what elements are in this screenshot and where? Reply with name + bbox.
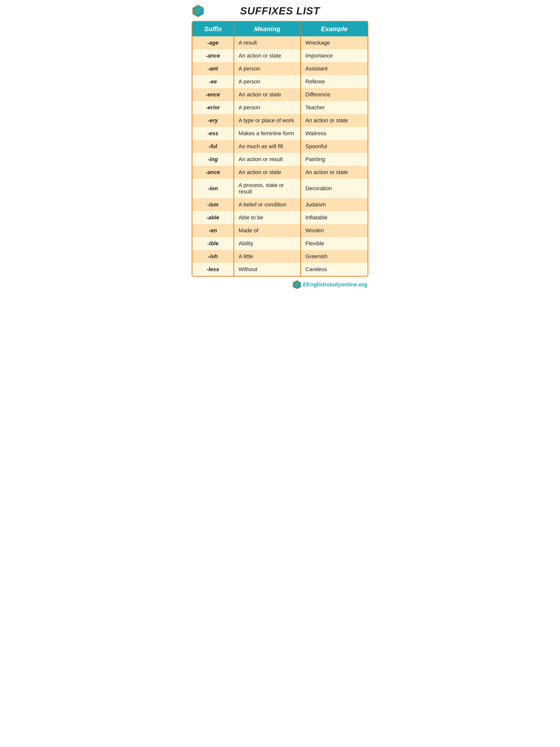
cell-meaning: A type or place of work — [234, 114, 301, 127]
cell-example: Spoonful — [301, 140, 368, 153]
cell-suffix: -en — [192, 224, 234, 237]
cell-suffix: -ible — [192, 237, 234, 250]
cell-meaning: Without — [234, 263, 301, 276]
table-row: -ance An action or state An action or st… — [192, 166, 368, 179]
cell-meaning: Makes a feminine form — [234, 127, 301, 140]
cell-suffix: -ism — [192, 198, 234, 211]
table-row: -en Made of Woolen — [192, 224, 368, 237]
svg-text:E: E — [196, 7, 201, 15]
table-row: -ence An action or state Difference — [192, 88, 368, 101]
table-row: -ing An action or result Painting — [192, 153, 368, 166]
cell-example: Inflatable — [301, 211, 368, 224]
cell-suffix: -ion — [192, 179, 234, 198]
cell-suffix: -less — [192, 263, 234, 276]
cell-suffix: -ish — [192, 250, 234, 263]
cell-meaning: A person — [234, 62, 301, 75]
cell-example: Judaism — [301, 198, 368, 211]
cell-meaning: A person — [234, 75, 301, 88]
cell-suffix: -ance — [192, 49, 234, 62]
table-row: -ance An action or state Importance — [192, 49, 368, 62]
cell-suffix: -ing — [192, 153, 234, 166]
cell-meaning: An action or state — [234, 88, 301, 101]
table-row: -ee A person Referee — [192, 75, 368, 88]
cell-suffix: -ence — [192, 88, 234, 101]
table-row: -ery A type or place of work An action o… — [192, 114, 368, 127]
cell-meaning: As much as will fill — [234, 140, 301, 153]
footer-logo-icon: E — [292, 280, 301, 289]
cell-meaning: A result — [234, 36, 301, 49]
cell-example: Importance — [301, 49, 368, 62]
cell-example: Decoration — [301, 179, 368, 198]
cell-meaning: Ability — [234, 237, 301, 250]
cell-example: An action or state — [301, 114, 368, 127]
page-header: E SUFFIXES LIST — [192, 5, 368, 17]
suffixes-table: Suffix Meaning Example -age A result Wre… — [192, 21, 368, 277]
cell-example: Assistant — [301, 62, 368, 75]
table-row: -ish A little Greenish — [192, 250, 368, 263]
logo: E — [192, 4, 205, 18]
cell-meaning: An action or state — [234, 166, 301, 179]
cell-suffix: -ee — [192, 75, 234, 88]
table-row: -ess Makes a feminine form Waitress — [192, 127, 368, 140]
cell-meaning: A little — [234, 250, 301, 263]
cell-suffix: -ance — [192, 166, 234, 179]
table-row: -age A result Wreckage — [192, 36, 368, 49]
cell-example: An action or state — [301, 166, 368, 179]
cell-suffix: -ant — [192, 62, 234, 75]
header-meaning: Meaning — [234, 22, 301, 36]
cell-suffix: -ful — [192, 140, 234, 153]
cell-suffix: -er/or — [192, 101, 234, 114]
table-row: -able Able to be Inflatable — [192, 211, 368, 224]
table-row: -ible Ability Flexible — [192, 237, 368, 250]
cell-example: Flexible — [301, 237, 368, 250]
cell-suffix: -ess — [192, 127, 234, 140]
cell-example: Referee — [301, 75, 368, 88]
footer-site-name: EEnglishstudyonline.org — [303, 281, 367, 288]
cell-example: Teacher — [301, 101, 368, 114]
header-example: Example — [301, 22, 368, 36]
page-wrapper: E SUFFIXES LIST Suffix Meaning Example -… — [187, 0, 373, 297]
table-row: -ant A person Assistant — [192, 62, 368, 75]
cell-meaning: A belief or condition — [234, 198, 301, 211]
cell-suffix: -age — [192, 36, 234, 49]
cell-meaning: An action or state — [234, 49, 301, 62]
svg-text:E: E — [295, 282, 299, 287]
cell-suffix: -able — [192, 211, 234, 224]
table-row: -er/or A person Teacher — [192, 101, 368, 114]
table-row: -ful As much as will fill Spoonful — [192, 140, 368, 153]
cell-example: Greenish — [301, 250, 368, 263]
cell-example: Wreckage — [301, 36, 368, 49]
cell-suffix: -ery — [192, 114, 234, 127]
cell-meaning: A process, state or result — [234, 179, 301, 198]
cell-example: Difference — [301, 88, 368, 101]
table-header-row: Suffix Meaning Example — [192, 22, 368, 36]
footer-logo: E EEnglishstudyonline.org — [292, 280, 367, 289]
table-row: -less Without Careless — [192, 263, 368, 276]
cell-meaning: An action or result — [234, 153, 301, 166]
cell-example: Woolen — [301, 224, 368, 237]
table-row: -ism A belief or condition Judaism — [192, 198, 368, 211]
table-row: -ion A process, state or result Decorati… — [192, 179, 368, 198]
page-footer: E EEnglishstudyonline.org — [192, 280, 368, 289]
cell-meaning: Made of — [234, 224, 301, 237]
cell-example: Careless — [301, 263, 368, 276]
cell-meaning: Able to be — [234, 211, 301, 224]
cell-meaning: A person — [234, 101, 301, 114]
page-title: SUFFIXES LIST — [240, 5, 320, 17]
header-suffix: Suffix — [192, 22, 234, 36]
cell-example: Painting — [301, 153, 368, 166]
cell-example: Waitress — [301, 127, 368, 140]
